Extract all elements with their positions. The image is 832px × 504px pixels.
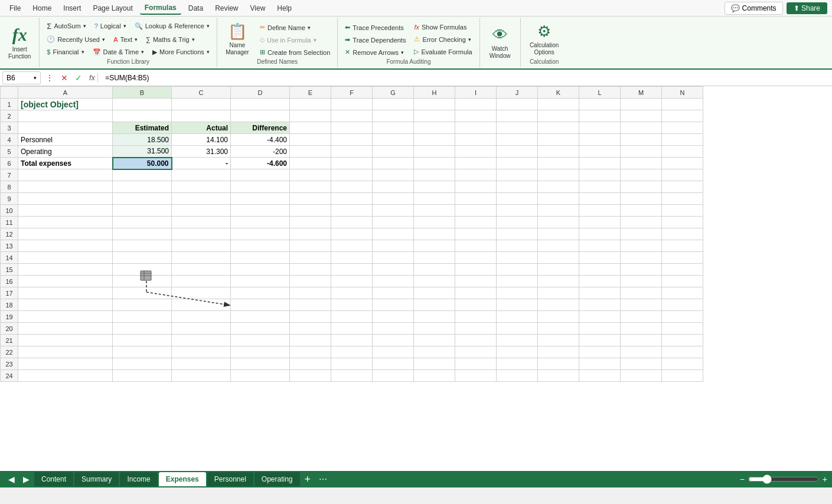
cell-d1[interactable]: [231, 99, 290, 110]
cell-d17[interactable]: [231, 287, 290, 299]
cell-extra-24-12[interactable]: [621, 370, 662, 382]
cell-extra-5-6[interactable]: [373, 146, 414, 158]
error-checking-button[interactable]: ⚠ Error Checking ▾: [412, 34, 474, 44]
cell-a12[interactable]: [18, 228, 113, 240]
cell-extra-18-8[interactable]: [455, 299, 497, 311]
cell-extra-13-9[interactable]: [497, 240, 538, 252]
cell-extra-11-12[interactable]: [621, 217, 662, 228]
cell-extra-4-8[interactable]: [455, 134, 497, 146]
cell-extra-18-4[interactable]: [290, 299, 331, 311]
evaluate-formula-button[interactable]: ▷ Evaluate Formula: [412, 47, 474, 57]
cell-extra-10-6[interactable]: [373, 205, 414, 217]
cell-b11[interactable]: [113, 217, 172, 228]
cell-extra-15-8[interactable]: [455, 264, 497, 276]
cell-extra-3-9[interactable]: [497, 122, 538, 134]
cell-b3[interactable]: Estimated: [113, 122, 172, 134]
cell-b17[interactable]: [113, 287, 172, 299]
cell-extra-20-5[interactable]: [331, 323, 373, 335]
cell-d19[interactable]: [231, 311, 290, 323]
cell-extra-21-9[interactable]: [497, 335, 538, 346]
cell-extra-1-6[interactable]: [373, 99, 414, 110]
cell-extra-1-11[interactable]: [579, 99, 621, 110]
cell-extra-2-13[interactable]: [662, 110, 703, 122]
cell-c19[interactable]: [172, 311, 231, 323]
cell-reference-box[interactable]: B6 ▾: [2, 71, 41, 84]
cell-extra-12-10[interactable]: [538, 228, 579, 240]
cell-extra-8-12[interactable]: [621, 181, 662, 193]
cell-d18[interactable]: [231, 299, 290, 311]
cell-extra-16-9[interactable]: [497, 276, 538, 287]
cell-extra-18-11[interactable]: [579, 299, 621, 311]
tab-nav-next-button[interactable]: ▶: [19, 473, 33, 485]
cell-extra-10-5[interactable]: [331, 205, 373, 217]
cell-extra-11-9[interactable]: [497, 217, 538, 228]
cell-extra-17-12[interactable]: [621, 287, 662, 299]
cell-extra-6-5[interactable]: [331, 158, 373, 169]
cell-extra-23-6[interactable]: [373, 358, 414, 370]
cell-extra-21-11[interactable]: [579, 335, 621, 346]
cell-extra-15-7[interactable]: [414, 264, 455, 276]
cell-extra-21-13[interactable]: [662, 335, 703, 346]
cell-extra-15-11[interactable]: [579, 264, 621, 276]
cell-extra-22-7[interactable]: [414, 346, 455, 358]
cell-extra-7-13[interactable]: [662, 169, 703, 181]
cell-extra-17-8[interactable]: [455, 287, 497, 299]
cell-a10[interactable]: [18, 205, 113, 217]
cell-extra-5-12[interactable]: [621, 146, 662, 158]
cell-d3[interactable]: Difference: [231, 122, 290, 134]
cell-b22[interactable]: [113, 346, 172, 358]
cell-extra-10-9[interactable]: [497, 205, 538, 217]
cell-extra-10-7[interactable]: [414, 205, 455, 217]
col-header-n[interactable]: N: [662, 87, 703, 99]
cell-extra-16-11[interactable]: [579, 276, 621, 287]
comments-button[interactable]: 💬 Comments: [725, 2, 783, 15]
cell-extra-22-6[interactable]: [373, 346, 414, 358]
sheet-tab-summary[interactable]: Summary: [74, 472, 119, 486]
cell-extra-4-9[interactable]: [497, 134, 538, 146]
cell-b7[interactable]: [113, 169, 172, 181]
cell-extra-17-9[interactable]: [497, 287, 538, 299]
cell-extra-14-4[interactable]: [290, 252, 331, 264]
cell-a8[interactable]: [18, 181, 113, 193]
text-button[interactable]: A Text ▾: [111, 34, 140, 44]
cell-b14[interactable]: [113, 252, 172, 264]
cell-extra-18-7[interactable]: [414, 299, 455, 311]
cell-extra-13-8[interactable]: [455, 240, 497, 252]
cell-extra-12-5[interactable]: [331, 228, 373, 240]
cell-extra-9-6[interactable]: [373, 193, 414, 205]
cell-c7[interactable]: [172, 169, 231, 181]
maths-trig-button[interactable]: ∑ Maths & Trig ▾: [143, 34, 197, 44]
cell-extra-5-7[interactable]: [414, 146, 455, 158]
col-header-i[interactable]: I: [455, 87, 497, 99]
calculation-options-button[interactable]: ⚙ CalculationOptions: [526, 20, 562, 58]
cell-extra-12-8[interactable]: [455, 228, 497, 240]
cell-extra-12-7[interactable]: [414, 228, 455, 240]
menu-item-formulas[interactable]: Formulas: [140, 2, 181, 15]
cell-extra-11-7[interactable]: [414, 217, 455, 228]
cell-extra-22-13[interactable]: [662, 346, 703, 358]
cell-extra-19-11[interactable]: [579, 311, 621, 323]
cell-extra-7-7[interactable]: [414, 169, 455, 181]
cell-extra-7-12[interactable]: [621, 169, 662, 181]
cell-extra-14-11[interactable]: [579, 252, 621, 264]
cell-extra-4-6[interactable]: [373, 134, 414, 146]
cell-extra-18-5[interactable]: [331, 299, 373, 311]
menu-item-file[interactable]: File: [5, 2, 25, 14]
menu-item-review[interactable]: Review: [210, 2, 243, 14]
cell-extra-22-12[interactable]: [621, 346, 662, 358]
cell-extra-13-11[interactable]: [579, 240, 621, 252]
cell-extra-18-12[interactable]: [621, 299, 662, 311]
cell-extra-2-9[interactable]: [497, 110, 538, 122]
cell-extra-2-10[interactable]: [538, 110, 579, 122]
cell-extra-6-6[interactable]: [373, 158, 414, 169]
cell-extra-5-9[interactable]: [497, 146, 538, 158]
cell-d24[interactable]: [231, 370, 290, 382]
cell-extra-13-13[interactable]: [662, 240, 703, 252]
cell-c11[interactable]: [172, 217, 231, 228]
cell-extra-9-12[interactable]: [621, 193, 662, 205]
cell-extra-19-4[interactable]: [290, 311, 331, 323]
cell-extra-23-5[interactable]: [331, 358, 373, 370]
trace-precedents-button[interactable]: ⬅ Trace Precedents: [342, 22, 408, 32]
cell-extra-7-6[interactable]: [373, 169, 414, 181]
cell-a19[interactable]: [18, 311, 113, 323]
